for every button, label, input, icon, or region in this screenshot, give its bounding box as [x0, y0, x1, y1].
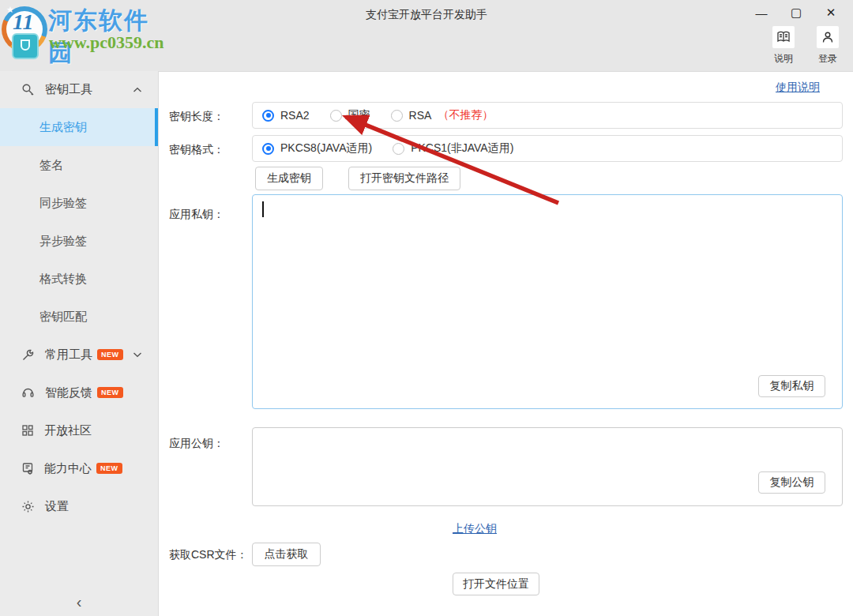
radio-option-rsa[interactable]: RSA （不推荐） — [391, 108, 494, 122]
key-icon — [21, 83, 35, 96]
public-key-textarea[interactable]: 复制公钥 — [252, 427, 843, 506]
window-controls: — ▢ ✕ — [744, 2, 848, 24]
not-recommended-note: （不推荐） — [438, 108, 493, 122]
sidebar-group-key-tools[interactable]: 密钥工具 — [0, 71, 158, 108]
sidebar-item-label: 格式转换 — [39, 272, 87, 287]
sidebar-item-label: 密钥匹配 — [39, 310, 87, 325]
sidebar-item-key-match[interactable]: 密钥匹配 — [0, 298, 158, 336]
sidebar-item-sign[interactable]: 签名 — [0, 146, 158, 184]
chevron-down-icon — [133, 351, 142, 358]
sidebar-item-label: 智能反馈 — [45, 385, 92, 400]
close-button[interactable]: ✕ — [814, 2, 848, 24]
radio-selected-icon — [262, 110, 274, 122]
help-action[interactable]: 说明 — [768, 26, 799, 66]
wrench-icon — [21, 348, 35, 362]
sidebar-item-label: 常用工具 — [45, 347, 92, 362]
radio-label: PKCS1(非JAVA适用) — [411, 141, 513, 156]
star-icon: ★ — [6, 5, 14, 15]
radio-option-pkcs1[interactable]: PKCS1(非JAVA适用) — [393, 141, 513, 156]
copy-public-key-button[interactable]: 复制公钥 — [758, 471, 825, 494]
radio-option-guomi[interactable]: 国密 — [330, 108, 370, 122]
radio-option-pkcs8[interactable]: PKCS8(JAVA适用) — [262, 141, 372, 156]
radio-unselected-icon — [330, 110, 342, 122]
generate-key-button[interactable]: 生成密钥 — [255, 167, 323, 190]
new-badge: NEW — [96, 463, 122, 474]
grid-icon — [21, 424, 34, 437]
shield-icon — [21, 39, 30, 51]
sidebar-item-open-community[interactable]: 开放社区 — [0, 411, 158, 449]
open-file-location-button[interactable]: 打开文件位置 — [453, 573, 539, 595]
text-cursor — [262, 201, 264, 217]
key-length-label: 密钥长度： — [169, 110, 224, 124]
logo-number: 11 — [13, 9, 33, 35]
new-badge: NEW — [97, 387, 123, 398]
radio-unselected-icon — [393, 143, 404, 155]
sidebar-item-label: 同步验签 — [39, 196, 87, 211]
private-key-label: 应用私钥： — [169, 208, 224, 222]
sidebar-item-label: 能力中心 — [44, 461, 92, 476]
logo-badge-icon — [12, 33, 39, 59]
person-icon — [817, 26, 839, 48]
sidebar-item-label: 设置 — [45, 499, 69, 514]
radio-label: 国密 — [348, 108, 370, 122]
collapse-sidebar-button[interactable]: ‹ — [0, 593, 158, 611]
upload-public-key-link[interactable]: 上传公钥 — [453, 522, 497, 536]
copy-private-key-button[interactable]: 复制私钥 — [758, 375, 825, 397]
chevron-up-icon — [133, 87, 142, 93]
key-format-group: PKCS8(JAVA适用) PKCS1(非JAVA适用) — [252, 135, 843, 162]
main-panel: 使用说明 密钥长度： RSA2 国密 RSA （不推荐） 密钥格式： PKCS8 — [158, 71, 853, 616]
sidebar-item-label: 签名 — [39, 158, 63, 173]
gear-icon — [21, 500, 35, 513]
site-watermark-logo: 11 ★ 河东软件园 www.pc0359.cn — [0, 0, 166, 75]
key-format-label: 密钥格式： — [169, 143, 224, 157]
maximize-button[interactable]: ▢ — [779, 2, 814, 24]
headset-icon — [21, 386, 35, 399]
login-action[interactable]: 登录 — [812, 26, 844, 66]
radio-label: RSA — [409, 109, 432, 122]
sidebar-item-generate-key[interactable]: 生成密钥 — [0, 108, 158, 146]
book-icon — [772, 26, 795, 48]
sidebar-item-label: 异步验签 — [39, 234, 87, 249]
sidebar-group-label: 密钥工具 — [45, 82, 92, 97]
new-badge: NEW — [97, 349, 123, 360]
help-label: 说明 — [774, 52, 793, 66]
sidebar-item-label: 生成密钥 — [39, 120, 87, 135]
sidebar-item-settings[interactable]: 设置 — [0, 487, 158, 525]
radio-selected-icon — [262, 143, 274, 155]
sidebar-item-format-convert[interactable]: 格式转换 — [0, 260, 158, 298]
radio-option-rsa2[interactable]: RSA2 — [262, 109, 310, 122]
sidebar-item-async-verify[interactable]: 异步验签 — [0, 222, 158, 260]
capability-icon — [21, 462, 34, 475]
topbar-actions: 说明 登录 — [768, 26, 844, 66]
login-label: 登录 — [818, 52, 837, 66]
sidebar-item-smart-feedback[interactable]: 智能反馈 NEW — [0, 374, 158, 411]
usage-guide-link[interactable]: 使用说明 — [776, 81, 820, 95]
csr-file-label: 获取CSR文件： — [169, 548, 248, 562]
get-csr-button[interactable]: 点击获取 — [252, 543, 321, 566]
radio-label: PKCS8(JAVA适用) — [280, 141, 372, 156]
sidebar-item-common-tools[interactable]: 常用工具 NEW — [0, 336, 158, 374]
open-key-path-button[interactable]: 打开密钥文件路径 — [348, 167, 460, 190]
sidebar-item-sync-verify[interactable]: 同步验签 — [0, 184, 158, 222]
sidebar-item-capability-center[interactable]: 能力中心 NEW — [0, 449, 158, 487]
key-length-group: RSA2 国密 RSA （不推荐） — [252, 102, 843, 129]
private-key-textarea[interactable]: 复制私钥 — [252, 194, 843, 409]
public-key-label: 应用公钥： — [169, 437, 224, 451]
sidebar: 密钥工具 生成密钥 签名 同步验签 异步验签 格式转换 密钥匹配 — [0, 71, 158, 616]
minimize-button[interactable]: — — [744, 2, 779, 24]
sidebar-item-label: 开放社区 — [44, 423, 92, 438]
radio-label: RSA2 — [280, 109, 310, 122]
site-url: www.pc0359.cn — [49, 32, 163, 53]
app-window: 支付宝开放平台开发助手 — ▢ ✕ 说明 — [0, 0, 853, 616]
radio-unselected-icon — [391, 110, 403, 122]
